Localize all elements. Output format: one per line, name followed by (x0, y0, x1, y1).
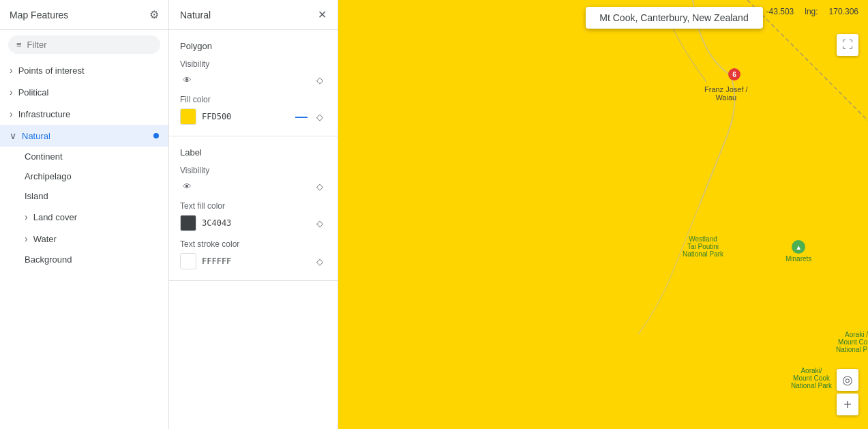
close-icon[interactable]: ✕ (318, 8, 327, 21)
minarets-label: Minarets (785, 255, 811, 263)
sidebar-item-natural[interactable]: ∨ Natural (0, 125, 168, 147)
sidebar: Map Features ⚙ ≡ › Points of interest › … (0, 0, 169, 429)
chevron-right-icon: › (25, 211, 28, 222)
label-diamond-icon[interactable]: ◇ (313, 179, 327, 193)
lng-value: 170.306 (829, 7, 858, 16)
sidebar-item-political[interactable]: › Political (0, 81, 168, 103)
label-visibility-label: Visibility (180, 166, 327, 175)
park-westland: WestlandTai PoutiniNational Park (683, 235, 723, 258)
text-stroke-value: FFFFFF (202, 256, 231, 266)
text-fill-diamond[interactable]: ◇ (313, 216, 327, 230)
town-franz-josef: Franz Josef /Waiau (704, 85, 748, 102)
sidebar-title: Map Features (10, 10, 68, 20)
polygon-section: Polygon Visibility 👁 ◇ Fill color FFD500… (169, 30, 338, 136)
active-dot (153, 133, 159, 138)
location-button[interactable]: ◎ (837, 369, 858, 391)
diamond-icon[interactable]: ◇ (313, 73, 327, 87)
lng-label: lng: (805, 7, 818, 16)
lat-value: -43.503 (766, 7, 794, 16)
chevron-right-icon: › (10, 108, 13, 119)
map-search-box[interactable]: Mt Cook, Canterbury, New Zealand (586, 7, 763, 29)
chevron-right-icon: › (25, 233, 28, 244)
map-controls-top-right: ⛶ (837, 34, 858, 56)
minarets-icon: ▲ (792, 240, 805, 254)
text-stroke-diamond[interactable]: ◇ (313, 254, 327, 268)
text-fill-row: 3C4043 ◇ (180, 215, 327, 231)
feature-panel: Natural ✕ Polygon Visibility 👁 ◇ Fill co… (169, 0, 338, 429)
fill-color-label: Fill color (180, 95, 327, 104)
map-svg (338, 0, 868, 429)
label-visibility-row: 👁 ◇ (180, 179, 327, 193)
polygon-title: Polygon (180, 41, 327, 51)
map-area[interactable]: zoom: 11 lat: -43.503 lng: 170.306 Mt Co… (338, 0, 868, 429)
text-fill-value: 3C4043 (202, 218, 231, 228)
filter-input[interactable] (27, 40, 152, 50)
map-controls-bottom-right: ◎ + (837, 369, 858, 415)
poi-minarets: ▲ Minarets (785, 240, 811, 263)
park-aoraki-1: Aoraki /Mount CookNational Park (836, 331, 868, 353)
filter-icon: ≡ (16, 40, 22, 50)
sidebar-item-water[interactable]: › Water (0, 228, 168, 250)
cluster-badge: 6 (728, 68, 740, 80)
label-section: Label Visibility 👁 ◇ Text fill color 3C4… (169, 136, 338, 281)
text-stroke-swatch[interactable] (180, 253, 196, 269)
gear-icon[interactable]: ⚙ (149, 8, 159, 21)
text-stroke-label: Text stroke color (180, 239, 327, 249)
zoom-in-button[interactable]: + (837, 394, 858, 415)
sidebar-item-archipelago[interactable]: Archipelago (0, 166, 168, 186)
chevron-down-icon: ∨ (10, 130, 16, 141)
sidebar-item-points-of-interest[interactable]: › Points of interest (0, 59, 168, 81)
visibility-label: Visibility (180, 59, 327, 69)
fill-color-row: FFD500 — ◇ (180, 108, 327, 125)
minus-icon[interactable]: — (295, 110, 308, 124)
polygon-visibility-row: 👁 ◇ (180, 73, 327, 87)
fullscreen-button[interactable]: ⛶ (837, 34, 858, 56)
text-fill-swatch[interactable] (180, 215, 196, 231)
sidebar-item-continent[interactable]: Continent (0, 147, 168, 166)
sidebar-item-infrastructure[interactable]: › Infrastructure (0, 103, 168, 125)
text-fill-label: Text fill color (180, 201, 327, 211)
nav-item-label: Political (18, 87, 49, 98)
eye-icon[interactable]: 👁 (180, 73, 194, 87)
chevron-right-icon: › (10, 87, 13, 98)
sidebar-header: Map Features ⚙ (0, 0, 168, 30)
fill-color-value: FFD500 (202, 112, 231, 121)
diamond-icon-fill[interactable]: ◇ (313, 110, 327, 123)
sidebar-item-land-cover[interactable]: › Land cover (0, 206, 168, 228)
chevron-right-icon: › (10, 65, 13, 76)
sidebar-item-background[interactable]: Background (0, 250, 168, 269)
badge-number: 6 (728, 68, 740, 80)
park-aoraki-2: Aoraki/Mount CookNational Park (791, 367, 832, 389)
panel-header: Natural ✕ (169, 0, 338, 30)
search-text: Mt Cook, Canterbury, New Zealand (599, 12, 748, 23)
nav-item-label: Points of interest (18, 65, 85, 76)
nav-item-label: Natural (22, 131, 50, 141)
label-title: Label (180, 147, 327, 158)
text-stroke-row: FFFFFF ◇ (180, 253, 327, 269)
fill-color-swatch[interactable] (180, 108, 196, 125)
panel-title: Natural (180, 10, 211, 20)
nav-item-label: Infrastructure (18, 109, 71, 119)
sidebar-item-island[interactable]: Island (0, 186, 168, 206)
label-eye-icon[interactable]: 👁 (180, 179, 194, 193)
filter-bar[interactable]: ≡ (8, 35, 160, 54)
